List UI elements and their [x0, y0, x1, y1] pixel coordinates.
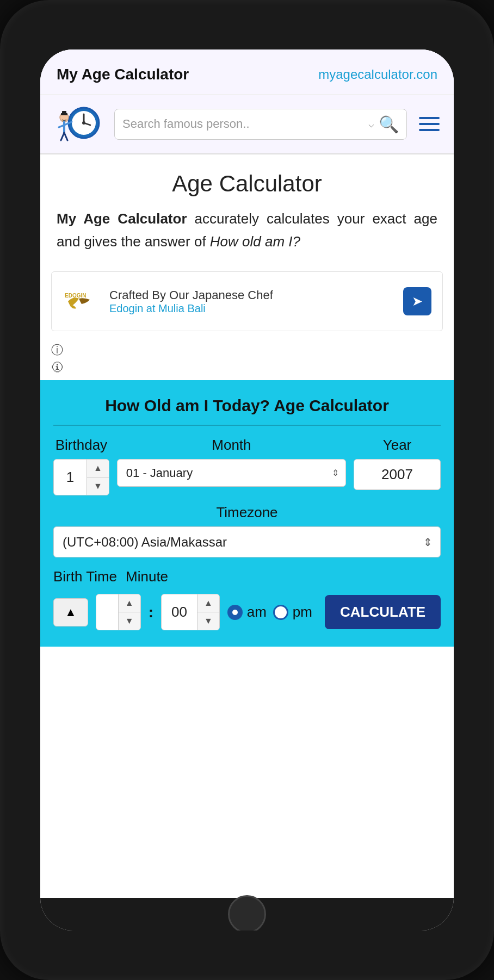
description-text: My Age Calculator accurately calculates …: [40, 208, 454, 266]
minute-down-button[interactable]: ▼: [197, 612, 219, 630]
minute-arrows: ▲ ▼: [197, 594, 219, 630]
timezone-select[interactable]: (UTC+08:00) Asia/Makassar (UTC+00:00) UT…: [54, 527, 416, 557]
hour-spinner[interactable]: ▲ ▼: [96, 594, 141, 630]
birthday-spinner[interactable]: 1 ▲ ▼: [53, 459, 109, 495]
ad-text: Crafted By Our Japanese Chef Edogin at M…: [109, 288, 273, 315]
calc-section-title: How Old am I Today? Age Calculator: [53, 396, 441, 426]
hour-arrows: ▲ ▼: [118, 594, 140, 630]
logo-image: [51, 102, 106, 146]
am-option[interactable]: am: [227, 604, 267, 621]
search-area[interactable]: Search famous person.. ⌵ 🔍: [114, 109, 407, 140]
edogin-logo-image: EDOGIN: [63, 288, 101, 315]
birthday-up-button[interactable]: ▲: [87, 460, 109, 477]
ampm-group: am pm: [227, 604, 312, 621]
bottom-row: ▲ ▲ ▼ : 00: [53, 594, 441, 630]
minute-value: 00: [162, 597, 197, 627]
ad-title: Crafted By Our Japanese Chef: [109, 288, 273, 302]
birthday-down-button[interactable]: ▼: [87, 477, 109, 495]
minute-up-button[interactable]: ▲: [197, 594, 219, 612]
scroll-up-button[interactable]: ▲: [53, 598, 88, 627]
ad-subtitle: Edogin at Mulia Bali: [109, 302, 273, 315]
birth-time-label: Birth Time: [53, 568, 117, 585]
month-spinner[interactable]: 01 - January 02 - February 03 - March 04…: [117, 459, 346, 487]
am-radio[interactable]: [227, 605, 243, 620]
ad-logo: EDOGIN: [63, 288, 101, 315]
screen: My Age Calculator myagecalculator.con: [40, 49, 454, 931]
nav-bar: Search famous person.. ⌵ 🔍: [40, 95, 454, 154]
home-indicator-area: [40, 898, 454, 931]
month-field-group: Month 01 - January 02 - February 03 - Ma…: [117, 437, 346, 495]
ad-content: EDOGIN Crafted By Our Japanese Chef Edog…: [63, 288, 273, 315]
pm-label: pm: [293, 604, 312, 621]
top-bar: My Age Calculator myagecalculator.con: [40, 49, 454, 95]
hour-up-button[interactable]: ▲: [119, 594, 140, 612]
birthday-field-group: Birthday 1 ▲ ▼: [53, 437, 109, 495]
svg-point-4: [82, 121, 85, 125]
month-label: Month: [212, 437, 251, 454]
phone-frame: My Age Calculator myagecalculator.con: [0, 0, 494, 980]
calculator-section: How Old am I Today? Age Calculator Birth…: [40, 380, 454, 647]
ad-arrow-icon[interactable]: ➤: [403, 287, 431, 315]
hamburger-line-3: [419, 129, 440, 131]
birthday-value: 1: [54, 462, 87, 492]
year-input[interactable]: [354, 459, 441, 490]
birthday-arrows: ▲ ▼: [87, 460, 109, 495]
description-italic: How old am I?: [210, 233, 300, 250]
page-title: Age Calculator: [40, 154, 454, 208]
ad-info-icons: ⓘ 🛈: [40, 342, 454, 375]
timezone-select-wrap[interactable]: (UTC+08:00) Asia/Makassar (UTC+00:00) UT…: [53, 526, 441, 557]
svg-line-12: [64, 133, 67, 140]
brand-name: My Age Calculator: [57, 210, 187, 227]
svg-line-11: [61, 133, 64, 140]
logo-area: [51, 102, 106, 146]
chevron-down-icon: ⌵: [368, 118, 374, 130]
birth-time-row: Birth Time Minute: [53, 568, 441, 585]
timezone-arrow-icon: ⇕: [416, 528, 440, 556]
timezone-label: Timezone: [53, 504, 441, 521]
search-placeholder: Search famous person..: [122, 117, 364, 131]
month-select[interactable]: 01 - January 02 - February 03 - March 04…: [118, 460, 332, 486]
hour-down-button[interactable]: ▼: [119, 612, 140, 630]
timezone-section: Timezone (UTC+08:00) Asia/Makassar (UTC+…: [53, 504, 441, 557]
minute-spinner[interactable]: 00 ▲ ▼: [161, 594, 220, 630]
home-button[interactable]: [228, 895, 266, 931]
search-icon[interactable]: 🔍: [379, 115, 399, 134]
site-url-link[interactable]: myagecalculator.con: [318, 67, 437, 82]
minute-label: Minute: [126, 568, 168, 585]
date-fields-row: Birthday 1 ▲ ▼ Month: [53, 437, 441, 495]
hamburger-line-1: [419, 117, 440, 119]
year-label: Year: [383, 437, 412, 454]
pm-radio[interactable]: [273, 605, 288, 620]
year-field-group: Year: [354, 437, 441, 495]
hour-value: [96, 606, 118, 619]
svg-rect-7: [62, 111, 66, 114]
main-content: Age Calculator My Age Calculator accurat…: [40, 154, 454, 898]
calculate-button[interactable]: CALCULATE: [325, 595, 441, 629]
site-title: My Age Calculator: [57, 66, 189, 83]
screen-inner: My Age Calculator myagecalculator.con: [40, 49, 454, 898]
am-label: am: [247, 604, 267, 621]
pm-option[interactable]: pm: [273, 604, 312, 621]
ad-banner[interactable]: EDOGIN Crafted By Our Japanese Chef Edog…: [51, 271, 443, 331]
hamburger-line-2: [419, 123, 440, 125]
warning-icon[interactable]: 🛈: [51, 361, 454, 375]
hamburger-menu-button[interactable]: [416, 114, 443, 134]
time-colon: :: [149, 604, 153, 621]
month-arrow-icon: ⇕: [332, 468, 345, 478]
birthday-label: Birthday: [55, 437, 107, 454]
info-icon[interactable]: ⓘ: [51, 342, 454, 358]
